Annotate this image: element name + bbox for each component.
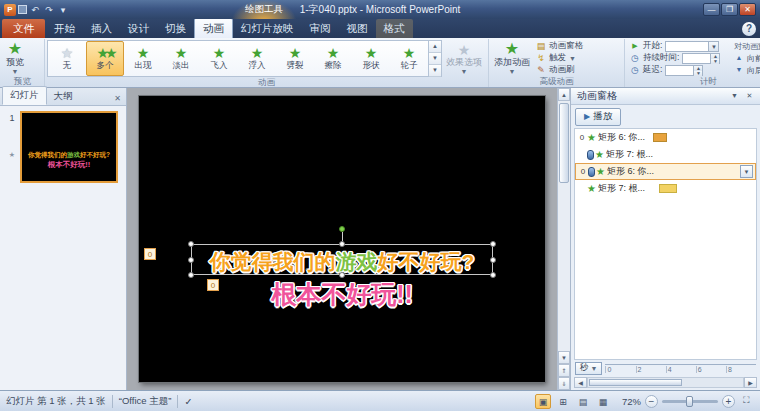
tab-insert[interactable]: 插入	[83, 19, 120, 38]
rotate-handle[interactable]	[339, 226, 345, 232]
start-combobox[interactable]: ▼	[665, 41, 719, 52]
undo-icon[interactable]: ↶	[29, 4, 41, 16]
move-earlier-button[interactable]: ▲ 向前移动	[734, 53, 760, 64]
pane-close-icon[interactable]: ✕	[742, 90, 757, 103]
animation-multiple[interactable]: ★★ 多个	[86, 41, 124, 76]
pane-menu-icon[interactable]: ▼	[727, 90, 742, 103]
timeline-bar[interactable]	[653, 133, 667, 142]
selection-handle[interactable]	[490, 241, 496, 247]
delay-icon: ◷	[630, 65, 640, 75]
selection-handle[interactable]	[188, 272, 194, 278]
zoom-slider[interactable]	[662, 400, 718, 403]
duration-icon: ◷	[630, 53, 640, 63]
normal-view-icon[interactable]: ▣	[535, 394, 551, 409]
seconds-zoom-button[interactable]: 秒 ▼	[575, 362, 602, 375]
previous-slide-icon[interactable]: ⇑	[558, 364, 570, 377]
save-icon[interactable]	[18, 5, 27, 14]
tab-slides-thumbnails[interactable]: 幻灯片	[2, 86, 47, 105]
selection-handle[interactable]	[188, 257, 194, 263]
animation-wipe[interactable]: ★ 擦除	[314, 41, 352, 76]
selection-handle[interactable]	[188, 241, 194, 247]
scroll-left-icon[interactable]: ◀	[574, 377, 587, 388]
tab-format[interactable]: 格式	[376, 19, 413, 38]
zoom-percentage[interactable]: 72%	[615, 396, 641, 407]
zoom-slider-thumb[interactable]	[686, 396, 693, 407]
animation-item-2[interactable]: ★ 矩形 7: 根...	[575, 146, 756, 163]
animation-float-in[interactable]: ★ 浮入	[238, 41, 276, 76]
slides-panel-close-icon[interactable]: ✕	[109, 94, 126, 105]
selection-handle[interactable]	[490, 272, 496, 278]
animation-item-3[interactable]: 0 ★ 矩形 6: 你... ▼	[575, 163, 756, 180]
animation-wheel[interactable]: ★ 轮子	[390, 41, 428, 76]
tab-review[interactable]: 审阅	[302, 19, 339, 38]
animation-item-1[interactable]: 0 ★ 矩形 6: 你...	[575, 129, 756, 146]
tab-transitions[interactable]: 切换	[157, 19, 194, 38]
slide-sorter-view-icon[interactable]: ⊞	[555, 394, 571, 409]
reading-view-icon[interactable]: ▤	[575, 394, 591, 409]
animation-pane-button[interactable]: ▤ 动画窗格	[536, 41, 583, 52]
scroll-up-icon[interactable]: ▲	[558, 88, 570, 101]
item-dropdown-icon[interactable]: ▼	[740, 165, 753, 178]
duration-down-icon[interactable]: ▼	[711, 59, 719, 64]
redo-icon[interactable]: ↷	[43, 4, 55, 16]
slide-number: 1	[9, 113, 14, 123]
delay-down-icon[interactable]: ▼	[694, 71, 702, 76]
slide-canvas[interactable]: 0 0 你觉得我们的游戏好不好玩? 根本不好玩!!	[139, 96, 545, 382]
zoom-out-icon[interactable]: −	[645, 395, 658, 408]
ribbon-group-preview: ★ 预览 ▼ 预览	[1, 39, 45, 87]
selection-handle[interactable]	[490, 257, 496, 263]
minimize-button[interactable]: —	[703, 3, 720, 16]
duration-spinner[interactable]: ▲▼	[682, 53, 720, 64]
tab-outline[interactable]: 大纲	[47, 88, 80, 105]
selection-box[interactable]	[191, 244, 493, 275]
vertical-scrollbar[interactable]: ▲ ▼ ⇑ ⇓	[557, 88, 570, 390]
timeline-bar[interactable]	[659, 184, 677, 193]
effect-options-button[interactable]: ★ 效果选项 ▼	[442, 40, 486, 77]
animation-fade[interactable]: ★ 淡出	[162, 41, 200, 76]
tab-file[interactable]: 文件	[2, 19, 45, 38]
trigger-button[interactable]: ↯ 触发 ▼	[536, 53, 583, 64]
zoom-in-icon[interactable]: +	[722, 395, 735, 408]
close-button[interactable]: ✕	[739, 3, 756, 16]
powerpoint-logo-icon[interactable]: P	[4, 4, 16, 16]
maximize-button[interactable]: ❐	[721, 3, 738, 16]
animation-fly-in[interactable]: ★ 飞入	[200, 41, 238, 76]
gallery-scroll-down-icon[interactable]: ▼	[429, 53, 441, 65]
animation-appear[interactable]: ★ 出现	[124, 41, 162, 76]
slide-thumbnail-row[interactable]: 1 ★ 你觉得我们的游戏好不好玩? 根本不好玩!!	[0, 106, 126, 183]
animation-item-4[interactable]: ★ 矩形 7: 根...	[575, 180, 756, 197]
fit-to-window-icon[interactable]: ⛶	[739, 394, 754, 408]
animation-gallery: ★ 无 ★★ 多个 ★ 出现 ★ 淡出	[47, 40, 429, 77]
move-later-button[interactable]: ▼ 向后移动	[734, 65, 760, 76]
add-animation-button[interactable]: ★ 添加动画 ▼	[491, 40, 533, 76]
tab-home[interactable]: 开始	[46, 19, 83, 38]
scrollbar-thumb[interactable]	[589, 379, 682, 386]
animation-shape[interactable]: ★ 形状	[352, 41, 390, 76]
slide-subtitle-line[interactable]: 根本不好玩!!	[139, 278, 545, 311]
slide-1-thumbnail[interactable]: 你觉得我们的游戏好不好玩? 根本不好玩!!	[20, 111, 118, 183]
qat-dropdown-icon[interactable]: ▾	[57, 4, 69, 16]
selection-handle[interactable]	[339, 272, 345, 278]
start-combo-dropdown-icon[interactable]: ▼	[708, 42, 718, 51]
delay-spinner[interactable]: ▲▼	[665, 65, 703, 76]
animation-painter-button[interactable]: ✎ 动画刷	[536, 65, 583, 76]
tab-animations[interactable]: 动画	[194, 18, 233, 38]
slideshow-view-icon[interactable]: ▦	[595, 394, 611, 409]
scroll-down-icon[interactable]: ▼	[558, 351, 570, 364]
play-button[interactable]: ▶ 播放	[575, 108, 621, 126]
gallery-more-icon[interactable]: ▼	[429, 65, 441, 77]
animation-split[interactable]: ★ 劈裂	[276, 41, 314, 76]
animation-none[interactable]: ★ 无	[48, 41, 86, 76]
preview-button[interactable]: ★ 预览 ▼	[3, 40, 27, 76]
scrollbar-thumb[interactable]	[559, 103, 569, 183]
spell-check-icon[interactable]: ✓	[184, 396, 192, 407]
tab-view[interactable]: 视图	[339, 19, 376, 38]
tab-design[interactable]: 设计	[120, 19, 157, 38]
scroll-right-icon[interactable]: ▶	[744, 377, 757, 388]
pane-horizontal-scrollbar[interactable]: ◀ ▶	[571, 376, 760, 390]
next-slide-icon[interactable]: ⇓	[558, 377, 570, 390]
tab-slideshow[interactable]: 幻灯片放映	[233, 19, 302, 38]
help-button[interactable]: ?	[742, 22, 756, 36]
gallery-scroll-up-icon[interactable]: ▲	[429, 41, 441, 53]
selection-handle[interactable]	[339, 241, 345, 247]
